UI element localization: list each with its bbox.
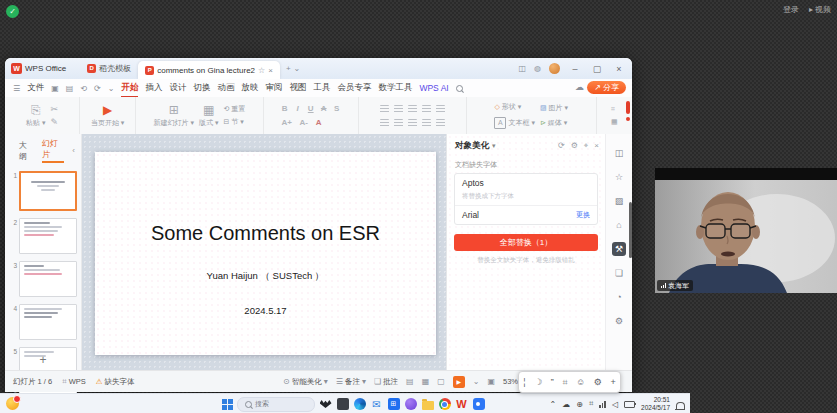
- cut-icon[interactable]: ✂: [51, 104, 59, 114]
- columns-icon[interactable]: [408, 119, 417, 127]
- underline-icon[interactable]: U: [306, 104, 316, 113]
- change-font-link[interactable]: 更换: [576, 210, 590, 220]
- bat-app-icon[interactable]: [319, 398, 332, 411]
- save-icon[interactable]: ▣: [51, 84, 59, 93]
- panel-pin-icon[interactable]: ⌖: [584, 141, 589, 151]
- dark-app-icon[interactable]: [336, 398, 349, 411]
- shapes-button[interactable]: ◇ 形状 ▾: [494, 102, 535, 112]
- ribbon-search-icon[interactable]: [456, 85, 463, 92]
- maximize-button[interactable]: ▢: [590, 64, 604, 74]
- play-from-current-button[interactable]: ▶ 当页开始 ▾: [91, 104, 124, 128]
- weather-widget-icon[interactable]: [6, 397, 19, 410]
- menu-slideshow[interactable]: 放映: [241, 82, 258, 94]
- tab-docer-template[interactable]: D 稻壳模板: [80, 60, 138, 77]
- print-icon[interactable]: ▤: [66, 84, 74, 93]
- format-painter-icon[interactable]: ✎: [51, 117, 59, 127]
- menu-design[interactable]: 设计: [169, 82, 186, 94]
- close-button[interactable]: ×: [612, 64, 626, 74]
- chart-icon[interactable]: ▦: [611, 118, 618, 126]
- menu-transition[interactable]: 切换: [193, 82, 210, 94]
- ribbon-scroll-indicator[interactable]: [626, 101, 630, 114]
- paste-button[interactable]: ⎘ 粘贴 ▾: [26, 104, 45, 128]
- menu-tools[interactable]: 工具: [313, 82, 330, 94]
- collapse-panel-icon[interactable]: ‹: [72, 146, 75, 155]
- slide-thumb-1[interactable]: 1: [7, 171, 77, 211]
- notification-bell-icon[interactable]: [676, 402, 685, 409]
- login-button[interactable]: 登录: [783, 4, 799, 15]
- minimize-button[interactable]: –: [568, 64, 582, 74]
- ime-symbols-icon[interactable]: ⌗: [562, 377, 567, 388]
- chrome-icon[interactable]: [438, 398, 451, 411]
- start-button[interactable]: [222, 399, 233, 410]
- ime-emoji-icon[interactable]: ☺: [576, 377, 585, 387]
- sorter-view-icon[interactable]: ▦: [422, 377, 430, 386]
- folder-icon[interactable]: [421, 398, 434, 411]
- reset-button[interactable]: ⟲ 重置: [223, 104, 245, 114]
- new-slide-button[interactable]: ⊞ 新建幻灯片 ▾: [154, 104, 194, 128]
- new-tab-button[interactable]: +: [286, 64, 291, 73]
- font-color-icon[interactable]: A: [314, 118, 324, 127]
- layout-button[interactable]: ▦ 版式 ▾: [199, 104, 218, 128]
- mail-icon[interactable]: ✉: [370, 398, 383, 411]
- section-button[interactable]: ⊟ 节 ▾: [223, 117, 245, 127]
- meeting-app-taskbar-icon[interactable]: [472, 398, 485, 411]
- split-view-icon[interactable]: ◫: [518, 64, 526, 73]
- bold-icon[interactable]: B: [280, 104, 290, 113]
- tab-list-icon[interactable]: ⌄: [294, 64, 301, 73]
- strikethrough-icon[interactable]: A: [319, 104, 329, 113]
- menu-animation[interactable]: 动画: [217, 82, 234, 94]
- current-slide[interactable]: Some Comments on ESR Yuan Haijun （ SUSTe…: [95, 152, 436, 355]
- menu-review[interactable]: 审阅: [265, 82, 282, 94]
- slide-canvas[interactable]: Some Comments on ESR Yuan Haijun （ SUSTe…: [82, 134, 446, 371]
- shortcut-notes-icon[interactable]: ❏: [612, 266, 626, 280]
- webcam-overlay[interactable]: 袁海军: [655, 168, 837, 293]
- cloud-sync-icon[interactable]: ☁: [575, 82, 584, 92]
- shortcut-star-icon[interactable]: ☆: [612, 170, 626, 184]
- tray-input-icon[interactable]: ⊕: [576, 400, 583, 409]
- indent-icon[interactable]: [380, 119, 389, 127]
- align-right-icon[interactable]: [436, 105, 445, 113]
- ime-more-icon[interactable]: +: [610, 377, 615, 387]
- fit-window-icon[interactable]: ▣: [487, 377, 495, 386]
- slide-thumb-3[interactable]: 3: [7, 261, 77, 297]
- ime-settings-icon[interactable]: ⚙: [594, 377, 602, 387]
- line-spacing-icon[interactable]: [394, 119, 403, 127]
- panel-title-caret-icon[interactable]: ▾: [492, 142, 496, 150]
- wps-status-label[interactable]: WPS: [69, 377, 86, 386]
- network-icon[interactable]: ◍: [534, 64, 541, 73]
- picture-button[interactable]: ▨ 图片 ▾: [540, 103, 568, 113]
- tray-cloud-icon[interactable]: ☁: [562, 400, 570, 409]
- slide-thumb-2[interactable]: 2: [7, 218, 77, 254]
- shortcut-home-icon[interactable]: ⌂: [612, 218, 626, 232]
- italic-icon[interactable]: I: [293, 104, 303, 113]
- notes-button[interactable]: ☰ 备注 ▾: [336, 377, 366, 387]
- textbox-button[interactable]: A 文本框 ▾: [494, 117, 535, 129]
- ime-punctuation-icon[interactable]: ”: [551, 377, 554, 387]
- store-icon[interactable]: ⊞: [387, 398, 400, 411]
- font-increase-icon[interactable]: A+: [280, 118, 294, 127]
- zoom-level[interactable]: 53%: [503, 377, 518, 386]
- redo-icon[interactable]: ⟳: [94, 84, 101, 93]
- menu-member[interactable]: 会员专享: [337, 82, 371, 94]
- text-direction-icon[interactable]: [422, 119, 431, 127]
- panel-close-icon[interactable]: ×: [594, 141, 599, 151]
- panel-refresh-icon[interactable]: ⟳: [558, 141, 565, 151]
- bullet-list-icon[interactable]: [380, 105, 389, 113]
- menu-math-tools[interactable]: 数学工具: [378, 82, 412, 94]
- replace-all-button[interactable]: 全部替换（1）: [454, 234, 598, 251]
- symbol-icon[interactable]: ⌗: [611, 105, 618, 113]
- menu-wps-ai[interactable]: WPS AI: [419, 83, 448, 93]
- panel-settings-icon[interactable]: ⚙: [571, 141, 578, 151]
- tab-close-icon[interactable]: ×: [268, 66, 273, 75]
- reading-view-icon[interactable]: ▢: [437, 377, 445, 386]
- tray-clock[interactable]: 20:51 2024/5/17: [641, 396, 670, 413]
- menu-file[interactable]: 文件: [27, 82, 44, 94]
- shortcut-tools-icon[interactable]: ⚒: [612, 242, 626, 256]
- numbered-list-icon[interactable]: [394, 105, 403, 113]
- align-left-icon[interactable]: [408, 105, 417, 113]
- smart-beautify-button[interactable]: ⊙ 智能美化 ▾: [283, 377, 328, 387]
- menu-home[interactable]: 开始: [121, 82, 138, 94]
- comments-button[interactable]: ❏ 批注: [374, 377, 398, 387]
- ime-night-mode-icon[interactable]: ☽: [534, 377, 542, 387]
- photos-icon[interactable]: [404, 398, 417, 411]
